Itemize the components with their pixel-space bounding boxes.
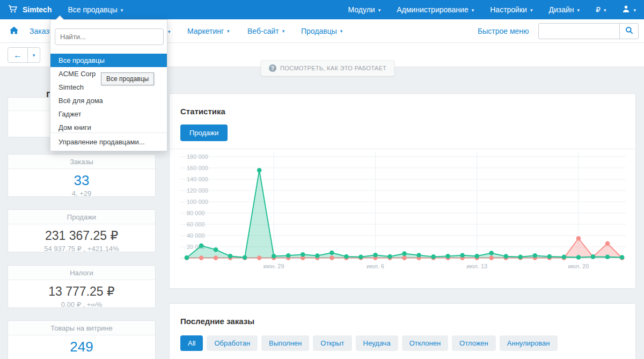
last-orders-card: Последние заказы All Обработан Выполнен … <box>169 303 636 359</box>
howto-button[interactable]: ? ПОСМОТРЕТЬ, КАК ЭТО РАБОТАЕТ <box>261 60 394 76</box>
vendor-search-input[interactable] <box>55 28 164 45</box>
stat-card-title: Товары на витрине <box>8 321 155 335</box>
caret-down-icon: ▾ <box>472 8 474 13</box>
stat-card-value: 249 <box>11 339 152 355</box>
filter-processed[interactable]: Обработан <box>207 335 258 351</box>
manage-vendors-link[interactable]: Управление продавцами... <box>50 133 167 151</box>
question-icon: ? <box>269 64 276 72</box>
order-status-filters: All Обработан Выполнен Открыт Неудача От… <box>180 335 625 351</box>
nav-item-website[interactable]: Веб-сайт▾ <box>247 27 284 35</box>
back-split-button[interactable]: ▾ <box>27 47 40 63</box>
stat-card-taxes: Налоги 13 777.25 ₽ 0.00 ₽ , +∞% <box>8 265 156 308</box>
nav-item-marketing[interactable]: Маркетинг▾ <box>187 27 230 35</box>
user-icon <box>622 5 630 14</box>
stat-card-subvalue: 0.00 ₽ , +∞% <box>11 301 152 308</box>
home-icon <box>10 26 18 35</box>
tooltip: Все продавцы <box>101 72 154 85</box>
filter-declined[interactable]: Отклонен <box>402 335 448 351</box>
last-orders-title: Последние заказы <box>180 317 625 326</box>
svg-text:июл. 6: июл. 6 <box>367 263 384 269</box>
vendor-option-books[interactable]: Дом книги <box>50 121 167 133</box>
caret-down-icon: ▾ <box>121 8 123 13</box>
caret-down-icon: ▾ <box>530 8 533 13</box>
filter-all[interactable]: All <box>180 335 203 351</box>
vendor-option-all[interactable]: Все продавцы <box>50 54 167 67</box>
caret-down-icon: ▾ <box>577 8 580 13</box>
stat-card-value: 231 367.25 ₽ <box>11 228 152 244</box>
stat-card-sales: Продажи 231 367.25 ₽ 54 937.75 ₽ , +421.… <box>8 209 156 252</box>
vendor-option-home[interactable]: Всё для дома <box>50 94 167 107</box>
menu-administration[interactable]: Администрирование▾ <box>397 5 474 14</box>
svg-text:июл. 13: июл. 13 <box>466 263 487 269</box>
stat-card-products: Товары на витрине 249 <box>8 320 156 359</box>
topbar-menu: Модули▾ Администрирование▾ Настройки▾ Ди… <box>348 5 636 14</box>
nav-item-covered-caret[interactable]: ▾ <box>168 28 171 33</box>
svg-text:июн. 29: июн. 29 <box>264 263 284 269</box>
stat-card-title: Заказы <box>8 155 155 169</box>
quick-search-button[interactable] <box>619 24 638 39</box>
svg-text:120 000: 120 000 <box>187 187 208 194</box>
filter-complete[interactable]: Выполнен <box>261 335 309 351</box>
arrow-left-icon: ← <box>13 50 22 60</box>
brand-name: Simtech <box>23 5 52 14</box>
menu-currency[interactable]: ₽▾ <box>596 5 606 14</box>
quick-search-input[interactable] <box>539 24 619 39</box>
svg-text:40 000: 40 000 <box>187 232 205 239</box>
statistics-card: Статистика Продажи 20 00040 00060 00080 … <box>169 93 636 289</box>
stat-card-value: 13 777.25 ₽ <box>11 284 152 299</box>
sales-chart: 20 00040 00060 00080 000100 000120 00014… <box>180 152 626 275</box>
stat-card-subvalue: 54 937.75 ₽ , +421.14% <box>11 245 152 252</box>
svg-text:160 000: 160 000 <box>187 165 208 171</box>
vendor-switcher-label: Все продавцы <box>68 5 117 14</box>
stat-card-title: Продажи <box>8 210 155 224</box>
caret-down-icon: ▾ <box>633 8 636 13</box>
cart-icon <box>8 5 18 15</box>
filter-backordered[interactable]: Отложен <box>452 335 496 351</box>
stat-card-subvalue: 4, +29 <box>11 189 152 197</box>
filter-failed[interactable]: Неудача <box>356 335 398 351</box>
caret-down-icon: ▾ <box>282 29 285 34</box>
caret-down-icon: ▾ <box>168 29 171 34</box>
quick-search <box>538 23 639 39</box>
vendor-option-gadget[interactable]: Гаджет <box>50 107 167 121</box>
caret-down-icon: ▾ <box>604 8 606 13</box>
caret-down-icon: ▾ <box>378 8 381 13</box>
vendor-options-list: Все продавцы ACME Corp Simtech Всё для д… <box>50 54 167 133</box>
stat-card-title: Налоги <box>8 266 155 280</box>
menu-user[interactable]: ▾ <box>622 5 636 14</box>
nav-item-vendors[interactable]: Продавцы▾ <box>301 27 342 35</box>
svg-text:100 000: 100 000 <box>187 199 208 205</box>
back-button[interactable]: ← <box>8 47 28 63</box>
svg-text:июл. 20: июл. 20 <box>568 263 589 269</box>
svg-text:60 000: 60 000 <box>187 221 205 228</box>
sales-tab-button[interactable]: Продажи <box>180 124 228 141</box>
menu-settings[interactable]: Настройки▾ <box>490 5 532 14</box>
divider <box>170 149 635 149</box>
menu-design[interactable]: Дизайн▾ <box>548 5 580 14</box>
stat-card-orders: Заказы 33 4, +29 <box>8 154 156 197</box>
caret-down-icon: ▾ <box>340 29 343 34</box>
quick-menu-link[interactable]: Быстрое меню <box>478 27 529 35</box>
filter-cancelled[interactable]: Аннулирован <box>500 335 558 351</box>
caret-down-icon: ▾ <box>33 53 35 58</box>
svg-text:140 000: 140 000 <box>187 176 208 182</box>
menu-modules[interactable]: Модули▾ <box>348 5 381 14</box>
vendor-dropdown-panel: Все продавцы ACME Corp Simtech Всё для д… <box>50 19 167 151</box>
stat-card-value: 33 <box>11 173 152 188</box>
back-button-group: ← ▾ <box>8 47 40 63</box>
search-icon <box>625 26 633 36</box>
topbar: Simtech Все продавцы ▾ Модули▾ Администр… <box>0 0 644 19</box>
caret-down-icon: ▾ <box>227 29 230 34</box>
filter-open[interactable]: Открыт <box>313 335 352 351</box>
svg-text:180 000: 180 000 <box>187 153 208 160</box>
vendor-switcher-trigger[interactable]: Все продавцы ▾ <box>68 5 123 14</box>
home-button[interactable] <box>10 26 18 35</box>
svg-text:80 000: 80 000 <box>187 210 205 216</box>
statistics-title: Статистика <box>180 107 625 116</box>
